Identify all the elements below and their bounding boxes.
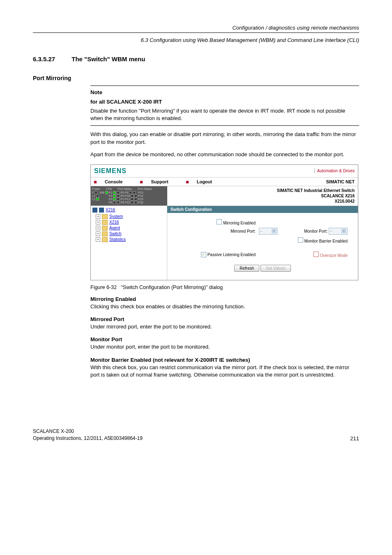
folder-icon	[102, 237, 108, 242]
subsection-title: Port Mirroring	[33, 75, 359, 81]
refresh-button[interactable]: Refresh	[234, 265, 259, 272]
nav-item-system[interactable]: + System	[96, 214, 165, 219]
note-block: Note for all SCALANCE X-200 IRT Disable …	[90, 86, 359, 126]
oversize-mode-label: Oversize Mode	[320, 253, 348, 258]
automation-drives-label: Automation & Drives	[314, 169, 355, 173]
def-term-mirroring-enabled: Mirroring Enabled	[90, 296, 359, 302]
footer-left: SCALANCE X-200 Operating Instructions, 1…	[33, 428, 143, 442]
monitor-barrier-checkbox[interactable]	[298, 237, 303, 243]
paragraph-2: Apart from the device be monitored, no o…	[90, 151, 359, 158]
note-body: Disable the function "Port Mirroring" if…	[90, 107, 359, 122]
passive-listening-label: Passive Listening Enabled	[208, 252, 256, 257]
def-body-mirroring-enabled: Clicking this check box enables or disab…	[90, 303, 359, 310]
nav-item-x216[interactable]: + X216	[96, 220, 165, 225]
header-divider	[33, 32, 359, 33]
chevron-down-icon: ▾	[272, 229, 277, 234]
oversize-mode-checkbox[interactable]	[314, 252, 319, 257]
header-section: 6.3 Configuration using Web Based Manage…	[33, 37, 359, 43]
note-subtitle: for all SCALANCE X-200 IRT	[90, 99, 359, 105]
def-body-monitor-barrier: With this check box, you can restrict co…	[90, 364, 359, 379]
expand-icon[interactable]: +	[96, 214, 100, 219]
nav-item-statistics[interactable]: + Statistics	[96, 237, 165, 242]
folder-icon	[102, 214, 108, 219]
section-number: 6.3.5.27	[33, 56, 55, 62]
header-chapter: Configuration / diagnostics using remote…	[33, 25, 359, 31]
device-status-panel: Power CPU Port Status Port Status F L1 L…	[91, 186, 167, 206]
monitor-port-select[interactable]: -- ▾	[329, 228, 348, 235]
def-body-mirrored-port: Under mirrored port, enter the port to b…	[90, 323, 359, 331]
nav-root-link[interactable]: X216	[106, 208, 115, 212]
expand-icon[interactable]: +	[96, 226, 100, 230]
console-link[interactable]: Console	[94, 179, 131, 184]
folder-icon	[102, 226, 108, 231]
set-values-button[interactable]: Set Values	[261, 265, 291, 272]
nav-item-switch[interactable]: + Switch	[96, 231, 165, 236]
note-label: Note	[90, 89, 359, 95]
passive-listening-checkbox[interactable]: ✓	[201, 252, 206, 257]
logout-link[interactable]: Logout	[186, 179, 220, 184]
page-number: 211	[350, 435, 359, 442]
mirroring-enabled-checkbox[interactable]	[217, 219, 222, 224]
mirrored-port-select[interactable]: -- ▾	[259, 228, 278, 235]
chevron-down-icon: ▾	[341, 229, 346, 234]
nav-grid-icon	[92, 208, 97, 213]
bullet-icon	[186, 181, 189, 183]
bullet-icon	[94, 181, 97, 183]
content-title: Switch Configuration	[167, 206, 358, 213]
folder-icon	[102, 231, 108, 236]
siemens-logo: SIEMENS	[94, 167, 127, 175]
support-link[interactable]: Support	[140, 179, 176, 184]
device-info: SIMATIC NET Industrial Ethernet Switch S…	[167, 186, 358, 206]
monitor-port-label: Monitor Port:	[304, 229, 327, 233]
def-term-mirrored-port: Mirrored Port	[90, 316, 359, 322]
def-body-monitor-port: Under monitor port, enter the port to be…	[90, 343, 359, 351]
expand-icon[interactable]: +	[96, 231, 100, 236]
figure-caption: Figure 6-32 "Switch Configuration (Port …	[90, 284, 359, 290]
expand-icon[interactable]: +	[96, 220, 100, 224]
def-term-monitor-barrier: Monitor Barrier Enabled (not relevant fo…	[90, 357, 359, 363]
def-term-monitor-port: Monitor Port	[90, 336, 359, 342]
nav-grid-icon	[99, 208, 104, 213]
mirroring-enabled-label: Mirroring Enabled	[223, 221, 256, 225]
navigation-tree: X216 + System + X216 +	[91, 206, 167, 280]
paragraph-1: With this dialog, you can enable or disa…	[90, 131, 359, 146]
simatic-net-label: SIMATIC NET	[326, 179, 355, 184]
expand-icon[interactable]: +	[96, 237, 100, 242]
folder-icon	[102, 220, 108, 225]
bullet-icon	[140, 181, 143, 183]
monitor-barrier-label: Monitor Barrier Enabled	[304, 239, 348, 243]
section-title: The "Switch" WBM menu	[71, 56, 145, 62]
screenshot-container: SIEMENS Automation & Drives Console Supp…	[90, 164, 358, 280]
mirrored-port-label: Mirrored Port:	[231, 229, 256, 234]
nav-item-agent[interactable]: + Agent	[96, 226, 165, 231]
